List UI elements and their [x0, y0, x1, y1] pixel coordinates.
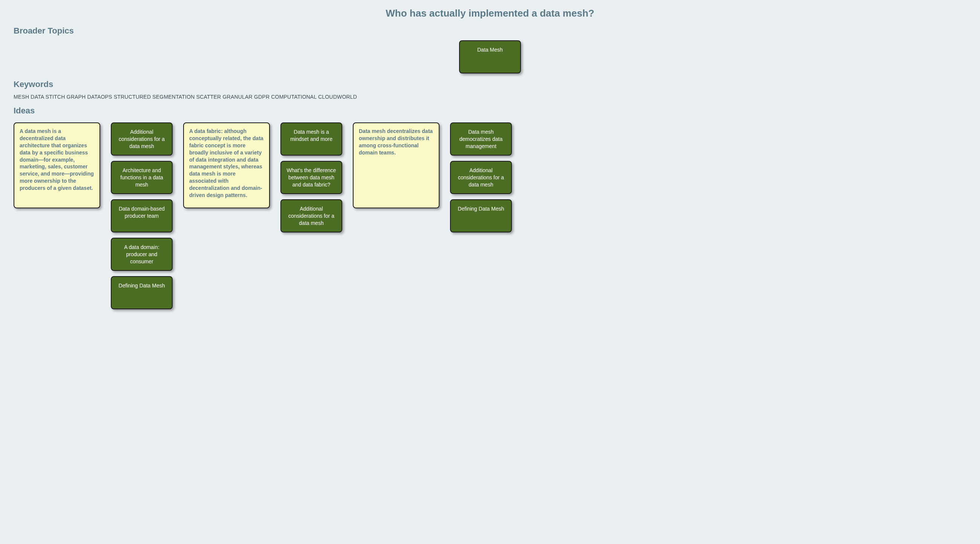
idea-lead-text: A data fabric: although conceptually rel…: [189, 128, 264, 198]
idea-lead-text: Data mesh decentralizes data ownership a…: [359, 128, 433, 155]
idea-card-label: Additional considerations for a data mes…: [456, 167, 506, 188]
idea-card-label: Architecture and functions in a data mes…: [117, 167, 167, 188]
idea-card[interactable]: Defining Data Mesh: [450, 199, 512, 232]
idea-card[interactable]: Additional considerations for a data mes…: [450, 161, 512, 194]
idea-group-1-stack: Additional considerations for a data mes…: [111, 122, 173, 309]
idea-group-2-stack: Data mesh is a mindset and more What's t…: [280, 122, 342, 232]
broader-topic-card[interactable]: Data Mesh: [459, 40, 521, 73]
idea-group-3-stack: Data mesh democratizes data management A…: [450, 122, 512, 232]
idea-lead-text: A data mesh is a decentralized data arch…: [20, 128, 94, 191]
idea-card-label: What's the difference between data mesh …: [286, 167, 336, 188]
keywords-list: MESH DATA STITCH GRAPH DATAOPS STRUCTURE…: [14, 94, 966, 100]
idea-lead-card[interactable]: Data mesh decentralizes data ownership a…: [353, 122, 439, 208]
idea-card[interactable]: A data domain: producer and consumer: [111, 238, 173, 271]
idea-card[interactable]: Additional considerations for a data mes…: [280, 199, 342, 232]
idea-card[interactable]: Architecture and functions in a data mes…: [111, 161, 173, 194]
idea-card-label: Additional considerations for a data mes…: [117, 128, 167, 150]
section-heading-broader: Broader Topics: [14, 26, 966, 36]
idea-group-2-lead-column: A data fabric: although conceptually rel…: [183, 122, 270, 208]
idea-card[interactable]: Data domain-based producer team: [111, 199, 173, 232]
ideas-grid: A data mesh is a decentralized data arch…: [14, 122, 966, 309]
idea-card-label: Data mesh is a mindset and more: [286, 128, 336, 143]
idea-card[interactable]: Additional considerations for a data mes…: [111, 122, 173, 155]
idea-card[interactable]: What's the difference between data mesh …: [280, 161, 342, 194]
idea-card-label: Additional considerations for a data mes…: [286, 205, 336, 227]
idea-card-label: Defining Data Mesh: [458, 205, 504, 213]
page-title: Who has actually implemented a data mesh…: [14, 8, 966, 19]
idea-lead-card[interactable]: A data mesh is a decentralized data arch…: [14, 122, 100, 208]
section-heading-ideas: Ideas: [14, 106, 966, 116]
idea-card[interactable]: Defining Data Mesh: [111, 276, 173, 309]
idea-group-3-lead-column: Data mesh decentralizes data ownership a…: [353, 122, 439, 208]
idea-lead-card[interactable]: A data fabric: although conceptually rel…: [183, 122, 270, 208]
broader-topics-row: Data Mesh: [14, 40, 966, 73]
idea-card-label: Data domain-based producer team: [117, 205, 167, 220]
idea-card-label: Data mesh democratizes data management: [456, 128, 506, 150]
idea-card[interactable]: Data mesh is a mindset and more: [280, 122, 342, 155]
idea-card-label: Defining Data Mesh: [119, 282, 165, 289]
idea-card-label: A data domain: producer and consumer: [117, 244, 167, 265]
idea-group-1-lead-column: A data mesh is a decentralized data arch…: [14, 122, 100, 208]
section-heading-keywords: Keywords: [14, 79, 966, 89]
broader-topic-label: Data Mesh: [477, 47, 503, 53]
idea-card[interactable]: Data mesh democratizes data management: [450, 122, 512, 155]
